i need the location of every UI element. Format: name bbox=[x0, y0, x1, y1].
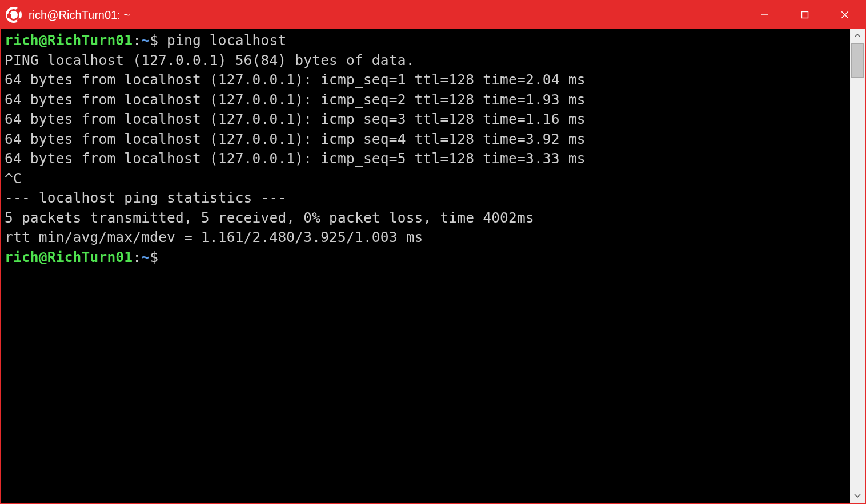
close-button[interactable] bbox=[825, 1, 865, 29]
prompt-user: rich@RichTurn01 bbox=[5, 249, 133, 265]
command-text: ping localhost bbox=[167, 32, 286, 49]
prompt-path: ~ bbox=[141, 249, 150, 265]
prompt-symbol: $ bbox=[150, 32, 158, 49]
prompt-symbol: $ bbox=[150, 249, 158, 265]
maximize-button[interactable] bbox=[785, 1, 825, 29]
chevron-down-icon bbox=[854, 493, 861, 498]
prompt-separator: : bbox=[133, 249, 141, 265]
prompt-path: ~ bbox=[141, 32, 150, 49]
minimize-icon bbox=[761, 11, 769, 19]
vertical-scrollbar[interactable] bbox=[850, 29, 865, 503]
terminal-window: rich@RichTurn01: ~ rich@RichTurn01:~$ pi… bbox=[0, 0, 866, 504]
output-line: 64 bytes from localhost (127.0.0.1): icm… bbox=[5, 131, 586, 147]
output-line: 5 packets transmitted, 5 received, 0% pa… bbox=[5, 209, 534, 226]
output-line: 64 bytes from localhost (127.0.0.1): icm… bbox=[5, 150, 586, 167]
terminal-output[interactable]: rich@RichTurn01:~$ ping localhost PING l… bbox=[1, 29, 850, 503]
scroll-thumb[interactable] bbox=[851, 43, 864, 78]
titlebar-left: rich@RichTurn01: ~ bbox=[6, 7, 745, 23]
maximize-icon bbox=[801, 11, 809, 19]
command-text bbox=[158, 32, 167, 49]
scroll-track[interactable] bbox=[850, 43, 865, 488]
close-icon bbox=[840, 10, 849, 19]
titlebar-controls bbox=[745, 1, 865, 29]
prompt-separator: : bbox=[133, 32, 141, 49]
output-line: 64 bytes from localhost (127.0.0.1): icm… bbox=[5, 91, 586, 108]
scroll-down-button[interactable] bbox=[850, 488, 865, 503]
output-line: 64 bytes from localhost (127.0.0.1): icm… bbox=[5, 71, 586, 88]
prompt-user: rich@RichTurn01 bbox=[5, 32, 133, 49]
minimize-button[interactable] bbox=[745, 1, 785, 29]
chevron-up-icon bbox=[854, 34, 861, 38]
output-line: 64 bytes from localhost (127.0.0.1): icm… bbox=[5, 111, 586, 127]
window-title: rich@RichTurn01: ~ bbox=[29, 9, 130, 22]
output-line: PING localhost (127.0.0.1) 56(84) bytes … bbox=[5, 52, 415, 68]
output-line: ^C bbox=[5, 170, 22, 187]
titlebar[interactable]: rich@RichTurn01: ~ bbox=[1, 1, 865, 29]
svg-rect-1 bbox=[802, 12, 808, 18]
client-area: rich@RichTurn01:~$ ping localhost PING l… bbox=[1, 29, 865, 503]
output-line: rtt min/avg/max/mdev = 1.161/2.480/3.925… bbox=[5, 229, 423, 245]
output-line: --- localhost ping statistics --- bbox=[5, 189, 286, 206]
scroll-up-button[interactable] bbox=[850, 29, 865, 43]
ubuntu-icon bbox=[6, 7, 22, 23]
